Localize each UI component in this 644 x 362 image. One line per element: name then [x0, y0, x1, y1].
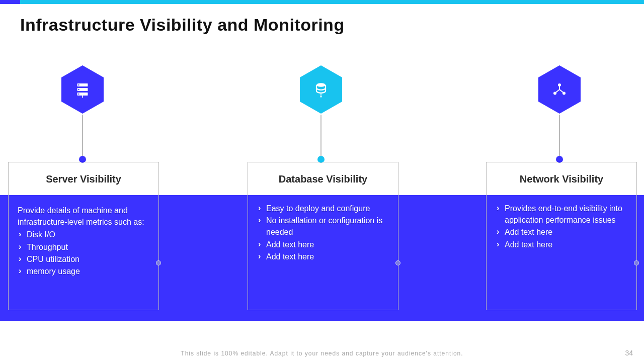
connector-line: [320, 115, 321, 158]
bullet-item: Easy to deploy and configure: [257, 203, 389, 214]
network-icon: [550, 80, 569, 99]
svg-point-10: [558, 83, 561, 86]
hex-badge-network: [537, 64, 582, 115]
card-heading: Server Visibility: [9, 162, 158, 196]
hex-badge-server: [60, 64, 105, 115]
card-heading: Database Visibility: [248, 162, 398, 196]
bullet-item: Add text here: [496, 239, 627, 250]
card-corner-dot: [395, 260, 400, 265]
card-heading: Network Visibility: [487, 162, 636, 196]
accent-bar-secondary: [20, 0, 644, 4]
svg-point-7: [316, 83, 326, 87]
bullet-item: Add text here: [257, 239, 389, 250]
card-corner-dot: [156, 260, 161, 265]
svg-rect-6: [82, 96, 83, 98]
hex-badge-database: [299, 64, 343, 115]
connector-line: [82, 115, 83, 158]
bullet-list: Disk I/O Throughput CPU utilization memo…: [18, 229, 149, 277]
page-number: 34: [625, 349, 633, 357]
accent-bar-primary: [0, 0, 20, 4]
card-network: Network Visibility Provides end-to-end v…: [486, 162, 637, 310]
database-icon: [312, 80, 330, 99]
svg-point-3: [78, 84, 79, 85]
bullet-item: CPU utilization: [18, 253, 149, 265]
svg-rect-8: [320, 93, 321, 96]
bullet-item: Add text here: [496, 226, 627, 238]
svg-point-4: [78, 89, 79, 90]
svg-point-5: [78, 94, 79, 95]
slide-title: Infrastructure Visibility and Monitoring: [20, 15, 345, 35]
bullet-item: Disk I/O: [18, 229, 149, 240]
svg-point-9: [320, 96, 322, 98]
card-database: Database Visibility Easy to deploy and c…: [248, 162, 398, 310]
card-intro: Provide details of machine and infrastru…: [18, 205, 149, 228]
bullet-item: Add text here: [257, 251, 389, 262]
server-icon: [73, 80, 92, 99]
footer-note: This slide is 100% editable. Adapt it to…: [0, 350, 644, 357]
card-server: Server Visibility Provide details of mac…: [8, 162, 159, 310]
connector-line: [559, 115, 560, 158]
slide: Infrastructure Visibility and Monitoring…: [0, 0, 644, 362]
card-corner-dot: [634, 260, 639, 265]
bullet-item: Throughput: [18, 241, 149, 253]
bullet-item: memory usage: [18, 265, 149, 277]
bullet-list: Easy to deploy and configure No installa…: [257, 203, 389, 262]
bullet-list: Provides end-to-end visibility into appl…: [496, 203, 627, 250]
bullet-item: No installation or configuration is need…: [257, 215, 389, 238]
bullet-item: Provides end-to-end visibility into appl…: [496, 203, 627, 226]
